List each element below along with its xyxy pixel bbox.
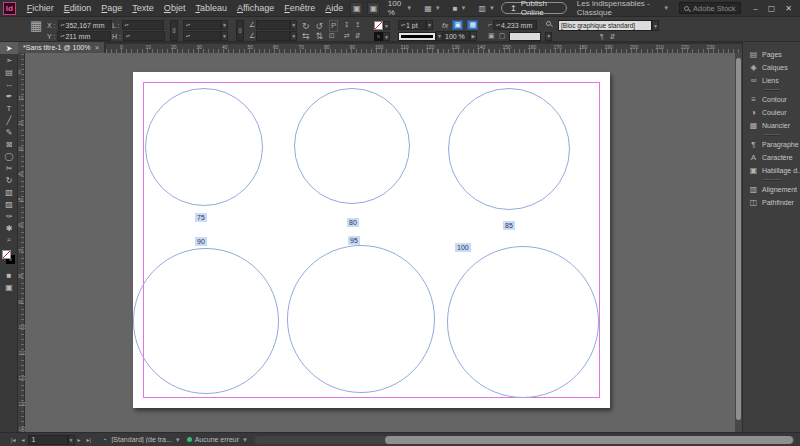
fill-stroke-swatches[interactable] [0,249,18,267]
close-icon[interactable]: ✕ [94,44,99,51]
chevron-down-icon[interactable]: ▼ [426,20,433,30]
horizontal-scrollbar-thumb[interactable] [385,436,793,444]
page-number-field[interactable]: 1 [28,435,68,445]
chevron-down-icon[interactable]: ▼ [290,31,297,41]
horizontal-ruler[interactable]: 0102030405060708090100110120130140150160… [106,44,742,53]
width-field[interactable]: ▴▾ [122,20,164,30]
rotate-ccw-icon[interactable]: ↺ [316,21,324,31]
chevron-down-icon[interactable]: ▼ [545,32,552,41]
panel-button-calques[interactable]: ◈Calques [743,61,800,74]
eyedropper-tool[interactable]: ✑ [0,210,18,222]
view-mode-button[interactable]: ▣ [0,281,18,293]
scale-y-field[interactable]: ▴▾ [183,31,221,41]
text-wrap-none-icon[interactable]: ▣ [488,31,495,41]
effects-icon[interactable]: fx [442,21,448,30]
menu-aide[interactable]: Aide [320,3,348,13]
measurement-label[interactable]: 75 [195,213,207,222]
stepper-icon[interactable]: ▴▾ [126,34,130,38]
x-position-field[interactable]: ▴▾ 352,167 mm [58,20,112,30]
opacity-field[interactable]: 100 % [442,31,470,41]
chevron-down-icon[interactable]: ▼ [383,32,390,41]
ellipse-frame[interactable] [145,88,263,206]
workspace-switcher[interactable]: Les indispensables - Classique ▼ [577,0,669,17]
pen-tool[interactable]: ✒ [0,90,18,102]
menu-objet[interactable]: Objet [159,3,191,13]
vertical-scrollbar[interactable] [735,53,742,432]
pasteboard[interactable]: 7580859095100 [25,53,735,432]
rotate-cw-icon[interactable]: ↻ [302,21,310,31]
panel-button-pathfinder[interactable]: ◫Pathfinder [743,196,800,209]
ellipse-frame[interactable] [448,88,570,210]
screen-mode-combo[interactable]: ■ ▼ [453,4,467,13]
chevron-down-icon[interactable]: ▼ [242,437,248,443]
panel-button-nuancier[interactable]: ▦Nuancier [743,119,800,132]
maximize-button[interactable]: ▢ [768,4,776,13]
apply-color-button[interactable]: ■ [0,269,18,281]
quick-apply-icon[interactable] [546,21,551,26]
chevron-down-icon[interactable]: ▼ [652,20,659,31]
flip-horizontal-icon[interactable]: ⇆ [302,31,310,41]
stroke-type-preview[interactable] [398,32,436,41]
chevron-down-icon[interactable]: ▼ [221,20,228,30]
arrange-documents-combo[interactable]: ▥ ▼ [478,4,495,13]
document-page[interactable]: 7580859095100 [133,72,610,408]
view-options-combo[interactable]: ▦ ▼ [424,4,441,13]
gradient-feather-tool[interactable]: ▨ [0,198,18,210]
pencil-tool[interactable]: ✎ [0,126,18,138]
line-tool[interactable]: ╱ [0,114,18,126]
menu-texte[interactable]: Texte [127,3,159,13]
hand-tool[interactable]: ✱ [0,222,18,234]
panel-button-couleur[interactable]: ◑Couleur [743,106,800,119]
page-tool[interactable]: ▤ [0,66,18,78]
constrain-dimensions-icon[interactable]: ∞ [170,20,178,41]
y-position-field[interactable]: ▴▾ 211 mm [57,31,111,41]
vertical-ruler[interactable]: 0102030405060708090100110120130140 [18,53,25,432]
measurement-label[interactable]: 95 [348,236,360,245]
fit-content-icon[interactable]: ↧ [344,20,350,30]
panel-button-pages[interactable]: ▤Pages [743,48,800,61]
ellipse-frame[interactable] [133,248,279,394]
gap-tool[interactable]: ↔ [0,78,18,90]
scale-x-field[interactable]: ▴▾ [183,20,221,30]
document-tab[interactable]: *Sans titre-1 @ 100% ✕ [18,42,104,53]
ellipse-frame[interactable] [294,88,410,204]
last-page-button[interactable]: ▸| [84,436,95,443]
measurement-label[interactable]: 80 [347,218,359,227]
stroke-weight-field[interactable]: ▴▾ 1 pt [398,20,426,30]
selection-tool[interactable]: ➤ [0,42,18,54]
panel-options-icon[interactable]: ⇵ [610,32,616,42]
fit-frame-icon[interactable]: ↥ [355,20,361,30]
shear-angle-field[interactable] [256,31,290,41]
zoom-tool[interactable]: ⌕ [0,234,18,246]
panel-button-contour[interactable]: ≡Contour [743,93,800,106]
ellipse-frame[interactable] [287,245,435,393]
adobe-stock-search[interactable]: Adobe Stock [679,2,741,14]
flip-vertical-icon[interactable]: ⇅ [316,31,324,41]
publish-online-button[interactable]: ↥ Publish Online [501,2,567,14]
paragraph-styles-icon[interactable]: ¶ [600,32,604,42]
chevron-down-icon[interactable]: ▼ [175,437,181,443]
panel-button-liens[interactable]: ∞Liens [743,74,800,87]
preflight-profile[interactable]: [Standard] (de tra... [111,436,171,443]
menu-page[interactable]: Page [96,3,127,13]
rotation-angle-field[interactable] [256,20,290,30]
fill-none-swatch[interactable] [2,250,11,259]
chevron-down-icon[interactable]: ▼ [383,21,390,30]
menu-tableau[interactable]: Tableau [190,3,232,13]
type-tool[interactable]: T [0,102,18,114]
zoom-level-combo[interactable]: 100 % ▼ [388,0,412,17]
stepper-icon[interactable]: ▴▾ [186,34,190,38]
chevron-down-icon[interactable]: ▼ [221,31,228,41]
stepper-icon[interactable]: ▴▾ [401,23,405,27]
menu-fenêtre[interactable]: Fenêtre [279,3,320,13]
stepper-icon[interactable]: ▴▾ [186,23,190,27]
stepper-icon[interactable]: ▴▾ [60,34,64,38]
close-button[interactable]: ✕ [785,4,792,13]
panel-button-paragraphe[interactable]: ¶Paragraphe [743,138,800,151]
select-container-icon[interactable]: ⊡ [329,31,335,41]
stroke-swatch[interactable] [374,32,383,41]
reference-point-proxy-icon[interactable]: ▦ [30,21,42,31]
measurement-label[interactable]: 90 [195,237,207,246]
fill-frame-icon[interactable]: ⇵ [355,31,361,41]
constrain-scale-icon[interactable]: ∞ [236,20,244,41]
